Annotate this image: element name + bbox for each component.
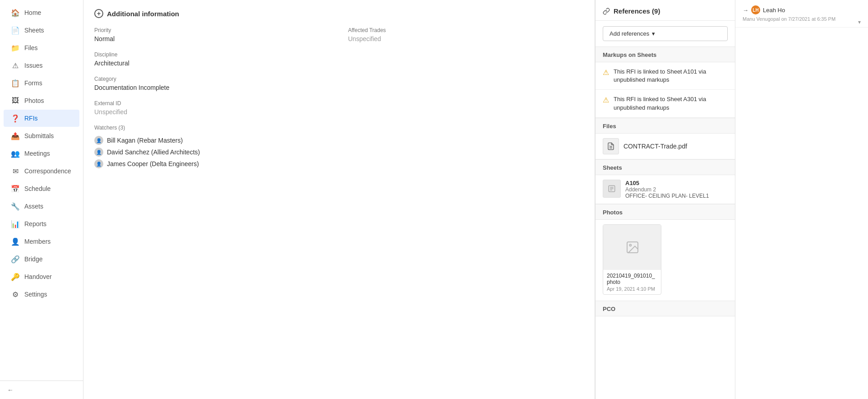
correspondence-icon: ✉ — [11, 167, 20, 176]
photos-section-title: Photos — [596, 204, 735, 220]
sidebar-item-handover[interactable]: 🔑 Handover — [4, 268, 79, 285]
category-label: Category — [94, 76, 330, 82]
schedule-icon: 📅 — [11, 184, 20, 193]
center-panel: + Additional information Priority Normal… — [83, 0, 595, 399]
section-header: + Additional information — [94, 9, 584, 18]
external-id-field: External ID Unspecified — [94, 100, 330, 116]
sidebar-item-submittals[interactable]: 📤 Submittals — [4, 127, 79, 144]
warning-icon: ⚠ — [603, 68, 609, 77]
photo-thumbnail — [603, 225, 661, 270]
priority-value: Normal — [94, 35, 330, 42]
references-header: References (9) — [596, 0, 735, 21]
discipline-value: Architectural — [94, 60, 330, 67]
sidebar-item-schedule[interactable]: 📅 Schedule — [4, 180, 79, 197]
sidebar-item-label: Bridge — [24, 255, 42, 263]
add-references-button[interactable]: Add references ▾ — [603, 26, 728, 41]
priority-label: Priority — [94, 27, 330, 33]
additional-info-section: + Additional information Priority Normal… — [83, 0, 595, 179]
sidebar-item-members[interactable]: 👤 Members — [4, 233, 79, 250]
sidebar-item-label: Photos — [24, 97, 44, 104]
handover-icon: 🔑 — [11, 272, 20, 281]
sidebar-item-label: Files — [24, 44, 38, 51]
section-title: Additional information — [107, 10, 179, 18]
issues-icon: ⚠ — [11, 61, 20, 70]
category-field: Category Documentation Incomplete — [94, 76, 330, 91]
activity-dropdown-button[interactable]: ▾ — [858, 18, 861, 25]
sidebar-item-meetings[interactable]: 👥 Meetings — [4, 145, 79, 162]
sidebar-item-forms[interactable]: 📋 Forms — [4, 74, 79, 92]
activity-item: → LH Leah Ho Manu Venugopal on 7/27/2021… — [735, 0, 868, 28]
activity-arrow: → — [743, 7, 748, 14]
photo-item[interactable]: 20210419_091010_photo Apr 19, 2021 4:10 … — [603, 224, 661, 295]
sidebar-item-sheets[interactable]: 📄 Sheets — [4, 22, 79, 39]
external-id-label: External ID — [94, 100, 330, 107]
priority-field: Priority Normal — [94, 27, 330, 42]
references-title: References (9) — [614, 7, 660, 15]
watcher-avatar: 👤 — [94, 148, 103, 157]
main-content: + Additional information Priority Normal… — [83, 0, 868, 399]
watcher-avatar: 👤 — [94, 136, 103, 145]
sheet-thumbnail — [603, 180, 621, 198]
sidebar-item-issues[interactable]: ⚠ Issues — [4, 57, 79, 74]
sidebar-item-correspondence[interactable]: ✉ Correspondence — [4, 162, 79, 180]
user-badge: LH — [751, 5, 760, 14]
watcher-name: James Cooper (Delta Engineers) — [107, 160, 199, 167]
reports-icon: 📊 — [11, 219, 20, 228]
sidebar-footer: ← — [0, 380, 83, 399]
add-references-label: Add references — [609, 30, 649, 37]
activity-meta: Manu Venugopal on 7/27/2021 at 6:35 PM — [743, 16, 861, 22]
sidebar-item-label: Settings — [24, 291, 47, 298]
sidebar-item-label: Handover — [24, 273, 52, 280]
sidebar-item-bridge[interactable]: 🔗 Bridge — [4, 251, 79, 268]
discipline-field: Discipline Architectural — [94, 51, 330, 67]
sidebar-item-files[interactable]: 📁 Files — [4, 39, 79, 56]
sheet-desc: OFFICE- CEILING PLAN- LEVEL1 — [625, 193, 709, 199]
watchers-label: Watchers (3) — [94, 125, 584, 131]
sidebar-item-assets[interactable]: 🔧 Assets — [4, 198, 79, 215]
svg-point-7 — [629, 244, 631, 246]
photo-info: 20210419_091010_photo Apr 19, 2021 4:10 … — [603, 270, 661, 294]
dropdown-chevron-icon: ▾ — [858, 19, 861, 25]
sheets-section-title: Sheets — [596, 159, 735, 175]
sidebar-item-label: Reports — [24, 220, 46, 227]
references-icon — [603, 8, 610, 15]
warning-text-1: This RFI is linked to Sheet A101 via unp… — [614, 68, 728, 84]
photos-grid: 20210419_091010_photo Apr 19, 2021 4:10 … — [596, 220, 735, 301]
sheet-sub: Addendum 2 — [625, 186, 709, 193]
affected-trades-label: Affected Trades — [348, 27, 584, 33]
affected-trades-value: Unspecified — [348, 35, 584, 42]
files-item[interactable]: CONTRACT-Trade.pdf — [596, 134, 735, 159]
file-name: CONTRACT-Trade.pdf — [623, 143, 687, 150]
sidebar-item-photos[interactable]: 🖼 Photos — [4, 92, 79, 109]
sheet-id: A105 — [625, 180, 709, 186]
sidebar: 🏠 Home 📄 Sheets 📁 Files ⚠ Issues 📋 Forms… — [0, 0, 83, 399]
sidebar-item-reports[interactable]: 📊 Reports — [4, 215, 79, 232]
photos-icon: 🖼 — [11, 96, 20, 105]
sidebar-item-home[interactable]: 🏠 Home — [4, 4, 79, 21]
watcher-item: 👤 David Sanchez (Allied Architects) — [94, 146, 584, 158]
sidebar-item-label: Forms — [24, 79, 42, 87]
markups-section-title: Markups on Sheets — [596, 46, 735, 62]
sheet-info: A105 Addendum 2 OFFICE- CEILING PLAN- LE… — [625, 180, 709, 199]
warning-icon: ⚠ — [603, 96, 609, 104]
sidebar-collapse-button[interactable]: ← — [7, 386, 76, 394]
sheet-item[interactable]: A105 Addendum 2 OFFICE- CEILING PLAN- LE… — [596, 175, 735, 204]
sidebar-item-label: Members — [24, 238, 51, 245]
sidebar-item-label: Schedule — [24, 185, 51, 192]
watcher-item: 👤 James Cooper (Delta Engineers) — [94, 158, 584, 170]
activity-panel: → LH Leah Ho Manu Venugopal on 7/27/2021… — [735, 0, 868, 399]
sidebar-item-label: Meetings — [24, 150, 50, 157]
discipline-label: Discipline — [94, 51, 330, 58]
assets-icon: 🔧 — [11, 202, 20, 211]
watcher-name: Bill Kagan (Rebar Masters) — [107, 137, 183, 144]
sidebar-item-rfis[interactable]: ❓ RFIs — [4, 110, 79, 127]
sheets-icon: 📄 — [11, 26, 20, 35]
info-grid: Priority Normal Affected Trades Unspecif… — [94, 27, 584, 116]
sidebar-item-settings[interactable]: ⚙ Settings — [4, 286, 79, 303]
sidebar-item-label: Submittals — [24, 132, 54, 139]
home-icon: 🏠 — [11, 8, 20, 17]
photo-name: 20210419_091010_photo — [607, 273, 657, 285]
collapse-icon: ← — [7, 386, 14, 394]
rfis-icon: ❓ — [11, 114, 20, 123]
files-icon: 📁 — [11, 43, 20, 52]
